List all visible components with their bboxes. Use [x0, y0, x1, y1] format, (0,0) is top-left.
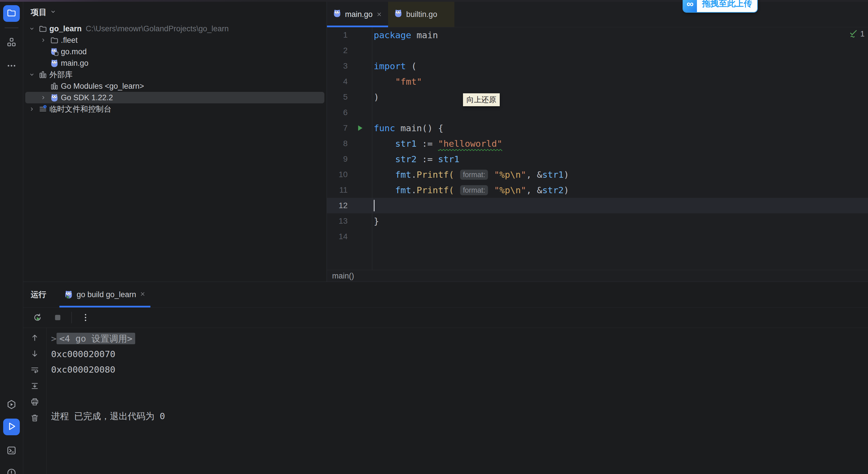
code-line-12[interactable]: 12	[327, 198, 868, 213]
code-line-6[interactable]: 6	[327, 105, 868, 120]
activitybar-structure-button[interactable]	[3, 34, 20, 51]
line-number: 8	[327, 139, 348, 148]
activitybar-services-button[interactable]	[3, 397, 20, 413]
tree-item-go-learn[interactable]: go_learnC:\Users\meowr\GolandProjects\go…	[25, 23, 324, 34]
code-line-14[interactable]: 14	[327, 229, 868, 244]
inspections-widget[interactable]: 1	[849, 28, 865, 39]
clear-all-button[interactable]	[29, 412, 40, 424]
project-tool-window: 项目 go_learnC:\Users\meowr\GolandProjects…	[23, 2, 327, 282]
code-line-11[interactable]: 11 fmt.Printf( format: "%p\n", &str2)	[327, 182, 868, 198]
parameter-hint: format:	[460, 170, 488, 180]
gutter-slot	[348, 74, 372, 89]
run-tool-window: 运行 go build go_learn ><4 go 设置调用>0xc0000…	[23, 282, 868, 474]
console-line	[51, 377, 868, 393]
stop-button[interactable]	[51, 311, 64, 324]
activitybar-run-button[interactable]	[3, 419, 20, 435]
activitybar-problems-button[interactable]	[3, 465, 20, 474]
editor-region: main.gobuiltin.go 1package main23import …	[327, 2, 868, 282]
code-line-2[interactable]: 2	[327, 43, 868, 58]
tree-item--[interactable]: 外部库	[25, 69, 324, 80]
code-line-8[interactable]: 8 str1 := "helloworld"	[327, 136, 868, 151]
project-panel-header[interactable]: 项目	[23, 2, 327, 23]
activitybar-terminal-button[interactable]	[3, 443, 20, 460]
console-output[interactable]: ><4 go 设置调用>0xc0000200700xc000020080进程 已…	[46, 328, 868, 474]
code-text: "fmt"	[372, 77, 422, 87]
drag-upload-label: 拖拽至此上传	[697, 0, 757, 12]
tree-item-path: C:\Users\meowr\GolandProjects\go_learn	[86, 24, 229, 33]
code-line-13[interactable]: 13}	[327, 213, 868, 229]
prev-occurrence-button[interactable]	[29, 332, 40, 344]
tree-item-label: Go SDK 1.22.2	[61, 93, 113, 102]
restore-up-hint[interactable]: 向上还原	[463, 93, 500, 106]
print-button[interactable]	[29, 396, 40, 408]
console-line: 进程 已完成，退出代码为 0	[51, 408, 868, 424]
chevron-down-icon	[50, 8, 57, 17]
tree-item-label: main.go	[61, 59, 88, 68]
run-config-tab[interactable]: go build go_learn	[59, 282, 150, 307]
line-number: 12	[327, 201, 348, 210]
tree-item-main.go[interactable]: main.go	[25, 57, 324, 69]
tree-item--[interactable]: 临时文件和控制台	[25, 103, 324, 115]
chevron-down-icon[interactable]	[26, 23, 37, 34]
code-text: import (	[372, 61, 416, 71]
code-editor[interactable]: 1package main23import (4 "fmt"5)67func m…	[327, 27, 868, 270]
code-text: fmt.Printf( format: "%p\n", &str2)	[372, 185, 569, 195]
gutter-slot	[348, 198, 372, 213]
tree-item-label: 临时文件和控制台	[50, 104, 112, 114]
chevron-right-icon[interactable]	[38, 34, 49, 46]
ide-window: 项目 go_learnC:\Users\meowr\GolandProjects…	[0, 0, 868, 474]
tree-item-label: 外部库	[50, 69, 73, 80]
tree-item-go.mod[interactable]: go.mod	[25, 46, 324, 57]
soft-wrap-button[interactable]	[29, 364, 40, 376]
run-gutter-icon[interactable]	[348, 120, 372, 136]
code-line-3[interactable]: 3import (	[327, 58, 868, 74]
line-number: 5	[327, 92, 348, 101]
run-panel-toolbar	[23, 307, 868, 328]
code-line-10[interactable]: 10 fmt.Printf( format: "%p\n", &str1)	[327, 167, 868, 182]
gutter-slot	[348, 89, 372, 105]
console-line: 0xc000020080	[51, 362, 868, 377]
code-line-7[interactable]: 7func main() {	[327, 120, 868, 136]
gutter-slot	[348, 136, 372, 151]
folded-command[interactable]: <4 go 设置调用>	[57, 333, 135, 344]
next-occurrence-button[interactable]	[29, 348, 40, 359]
gutter-slot	[348, 151, 372, 167]
scratches-icon	[37, 103, 48, 115]
console-folded-line[interactable]: ><4 go 设置调用>	[51, 331, 868, 346]
close-icon[interactable]	[376, 11, 382, 18]
project-tree: go_learnC:\Users\meowr\GolandProjects\go…	[23, 23, 327, 115]
tree-item-go-modules-go-learn-[interactable]: Go Modules <go_learn>	[25, 80, 324, 92]
chevron-right-icon[interactable]	[38, 92, 49, 103]
code-line-5[interactable]: 5)	[327, 89, 868, 105]
chevron-spacer	[38, 57, 49, 69]
code-line-4[interactable]: 4 "fmt"	[327, 74, 868, 89]
toolbar-divider	[71, 312, 72, 323]
close-icon[interactable]	[140, 290, 146, 299]
gutter-slot	[348, 182, 372, 198]
chevron-down-icon[interactable]	[26, 69, 37, 80]
drag-upload-badge[interactable]: ∞ 拖拽至此上传	[683, 0, 758, 12]
chevron-spacer	[38, 46, 49, 57]
breadcrumb-item[interactable]: main()	[332, 272, 354, 280]
scroll-to-end-button[interactable]	[29, 380, 40, 392]
activitybar-divider	[5, 28, 19, 28]
chevron-spacer	[38, 80, 49, 92]
editor-tab-label: main.go	[345, 10, 373, 19]
editor-tab-main-go[interactable]: main.go	[327, 2, 388, 27]
tree-item-go-sdk-1.22.2[interactable]: Go SDK 1.22.2	[25, 92, 324, 103]
options-button[interactable]	[79, 311, 92, 324]
tree-item-.fleet[interactable]: .fleet	[25, 34, 324, 46]
activitybar-more-tools-button[interactable]	[3, 58, 20, 75]
activitybar-project-button[interactable]	[3, 5, 20, 22]
code-line-1[interactable]: 1package main	[327, 27, 868, 43]
activity-bar	[0, 2, 23, 474]
chevron-right-icon[interactable]	[26, 103, 37, 115]
problems-icon	[6, 468, 17, 474]
run-config-tab-label: go build go_learn	[76, 290, 136, 299]
editor-tab-label: builtin.go	[406, 10, 437, 19]
code-line-9[interactable]: 9 str2 := str1	[327, 151, 868, 167]
editor-tab-builtin-go[interactable]: builtin.go	[388, 2, 454, 27]
services-icon	[6, 399, 17, 411]
rerun-button[interactable]	[31, 311, 44, 324]
go-file-icon	[333, 9, 342, 20]
